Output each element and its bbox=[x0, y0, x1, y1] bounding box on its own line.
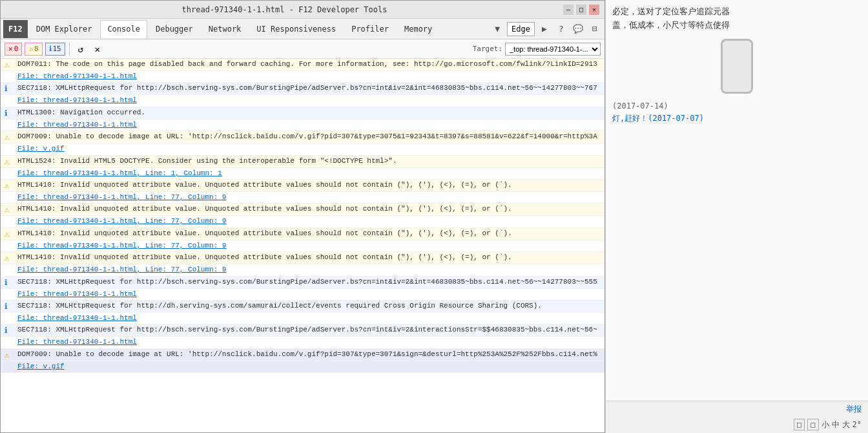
file-link-html1410-3[interactable]: File: thread-971340-1-1.html, Line: 77, … bbox=[17, 241, 226, 251]
file-dom7009-1: File: v.gif bbox=[1, 143, 604, 155]
tab-ui-responsiveness[interactable]: UI Responsiveness bbox=[249, 20, 343, 38]
close-button[interactable]: ✕ bbox=[589, 5, 599, 15]
warn-icon-7: ⚠ bbox=[5, 253, 15, 263]
file-link-html1410-1[interactable]: File: thread-971340-1-1.html, Line: 77, … bbox=[17, 193, 226, 202]
msg-text-sec7118-4: SEC7118: XMLHttpRequest for http://bsch.… bbox=[17, 325, 597, 335]
title-bar: thread-971340-1-1.html - F12 Developer T… bbox=[1, 1, 604, 19]
msg-html1410-2: ⚠ HTML1410: Invalid unquoted attribute v… bbox=[1, 204, 604, 216]
window-title: thread-971340-1-1.html - F12 Developer T… bbox=[6, 5, 563, 14]
info-icon-1: ℹ bbox=[5, 84, 15, 94]
tab-console[interactable]: Console bbox=[100, 20, 147, 38]
date-link[interactable]: 灯,赶好！(2017-07-07) bbox=[612, 112, 862, 125]
tab-memory[interactable]: Memory bbox=[397, 20, 439, 38]
warn-count-badge[interactable]: ⚠ 8 bbox=[25, 43, 42, 56]
file-link-html1524[interactable]: File: thread-971340-1-1.html, Line: 1, C… bbox=[17, 169, 222, 178]
size-controls: □ □ 小 中 大 2° bbox=[606, 417, 868, 433]
warn-icon-8: ⚠ bbox=[5, 350, 15, 360]
msg-text-html1524: HTML1524: Invalid HTML5 DOCTYPE. Conside… bbox=[17, 156, 397, 166]
help-icon[interactable]: ? bbox=[554, 22, 568, 36]
tab-network[interactable]: Network bbox=[202, 20, 249, 38]
file-dom7009-2: File: v.gif bbox=[1, 361, 604, 373]
warn-icon: ⚠ bbox=[28, 45, 33, 53]
phone-area bbox=[612, 39, 862, 94]
tab-f12[interactable]: F12 bbox=[3, 20, 28, 38]
file-html1300: File: thread-971340-1-1.html bbox=[1, 120, 604, 131]
report-link[interactable]: 举报 bbox=[846, 404, 862, 415]
file-sec7118-3: File: thread-971340-1-1.html bbox=[1, 313, 604, 324]
file-link-sec7118-1[interactable]: File: thread-971340-1-1.html bbox=[17, 96, 137, 105]
console-area[interactable]: ⚠ DOM7011: The code on this page disable… bbox=[1, 59, 604, 432]
file-html1410-1: File: thread-971340-1-1.html, Line: 77, … bbox=[1, 192, 604, 204]
right-content: 必定，送对了定位客户追踪元器 盖，低成本，小尺寸等特点使得 (2017-07-1… bbox=[606, 0, 868, 130]
file-link-html1410-2[interactable]: File: thread-971340-1-1.html, Line: 77, … bbox=[17, 216, 226, 226]
msg-text-sec7118-3: SEC7118: XMLHttpRequest for http://dh.se… bbox=[17, 301, 542, 311]
tab-dom-explorer[interactable]: DOM Explorer bbox=[29, 20, 99, 38]
target-select[interactable]: _top: thread-971340-1-... bbox=[505, 43, 601, 56]
window-controls: — □ ✕ bbox=[563, 5, 599, 15]
msg-text-html1410-4: HTML1410: Invalid unquoted attribute val… bbox=[17, 253, 512, 262]
msg-text-dom7009-1: DOM7009: Unable to decode image at URL: … bbox=[17, 132, 597, 142]
warn-icon-4: ⚠ bbox=[5, 181, 15, 191]
msg-text-html1300: HTML1300: Navigation occurred. bbox=[17, 108, 145, 118]
msg-html1410-3: ⚠ HTML1410: Invalid unquoted attribute v… bbox=[1, 228, 604, 240]
more-tools-icon[interactable]: ▼ bbox=[490, 22, 504, 36]
file-sec7118-4: File: thread-971340-1-1.html bbox=[1, 337, 604, 348]
phone-graphic bbox=[721, 39, 753, 94]
msg-html1524: ⚠ HTML1524: Invalid HTML5 DOCTYPE. Consi… bbox=[1, 156, 604, 168]
file-link-dom7009-1[interactable]: File: v.gif bbox=[17, 144, 65, 154]
msg-sec7118-1: ℹ SEC7118: XMLHttpRequest for http://bsc… bbox=[1, 83, 604, 95]
right-bottom-bar: 举报 □ □ 小 中 大 2° bbox=[606, 401, 868, 433]
right-panel: 必定，送对了定位客户追踪元器 盖，低成本，小尺寸等特点使得 (2017-07-1… bbox=[605, 0, 868, 433]
chinese-text-1: 必定，送对了定位客户追踪元器 bbox=[612, 5, 862, 19]
file-link-sec7118-4[interactable]: File: thread-971340-1-1.html bbox=[17, 337, 137, 347]
undock-icon[interactable]: ⊟ bbox=[588, 22, 602, 36]
msg-text-html1410-3: HTML1410: Invalid unquoted attribute val… bbox=[17, 229, 512, 238]
file-link-sec7118-3[interactable]: File: thread-971340-1-1.html bbox=[17, 313, 137, 323]
bottom-controls: 举报 bbox=[606, 401, 868, 417]
info-icon: ℹ bbox=[49, 45, 52, 53]
date-text-1: (2017-07-14) bbox=[612, 100, 862, 112]
info-count-badge[interactable]: ℹ 15 bbox=[45, 43, 65, 56]
msg-sec7118-4: ℹ SEC7118: XMLHttpRequest for http://bsc… bbox=[1, 324, 604, 337]
console-toolbar: ✕ 0 ⚠ 8 ℹ 15 ↺ ✕ Target: _top: thread-97… bbox=[1, 39, 604, 59]
msg-sec7118-3: ℹ SEC7118: XMLHttpRequest for http://dh.… bbox=[1, 301, 604, 313]
edge-button[interactable]: Edge bbox=[507, 22, 535, 36]
file-link-html1410-4[interactable]: File: thread-971340-1-1.html, Line: 77, … bbox=[17, 265, 226, 275]
error-count-badge[interactable]: ✕ 0 bbox=[5, 43, 22, 56]
file-link-dom7009-2[interactable]: File: v.gif bbox=[17, 362, 65, 372]
file-link-sec7118-2[interactable]: File: thread-971340-1-1.html bbox=[17, 290, 137, 299]
info-icon-2: ℹ bbox=[5, 109, 15, 118]
size-large[interactable]: 大 bbox=[842, 419, 850, 430]
restore-button[interactable]: □ bbox=[576, 5, 586, 15]
file-link-html1300[interactable]: File: thread-971340-1-1.html bbox=[17, 120, 137, 130]
chinese-text-2: 盖，低成本，小尺寸等特点使得 bbox=[612, 19, 862, 32]
tab-profiler[interactable]: Profiler bbox=[344, 20, 396, 38]
msg-dom7009-2: ⚠ DOM7009: Unable to decode image at URL… bbox=[1, 349, 604, 361]
size-box-2[interactable]: □ bbox=[807, 419, 818, 430]
tab-bar-right: ▼ Edge ▶ ? 💬 ⊟ bbox=[490, 22, 602, 36]
warn-icon-3: ⚠ bbox=[5, 157, 15, 167]
run-button[interactable]: ▶ bbox=[537, 22, 552, 36]
msg-text-html1410-2: HTML1410: Invalid unquoted attribute val… bbox=[17, 204, 512, 214]
error-icon: ✕ bbox=[8, 45, 13, 53]
error-count: 0 bbox=[14, 45, 19, 53]
file-html1524: File: thread-971340-1-1.html, Line: 1, C… bbox=[1, 168, 604, 180]
size-medium[interactable]: 中 bbox=[832, 419, 840, 430]
msg-sec7118-2: ℹ SEC7118: XMLHttpRequest for http://bsc… bbox=[1, 277, 604, 289]
date-section: (2017-07-14) 灯,赶好！(2017-07-07) bbox=[612, 100, 862, 125]
warn-icon-6: ⚠ bbox=[5, 229, 15, 239]
refresh-button[interactable]: ↺ bbox=[74, 42, 88, 56]
tab-debugger[interactable]: Debugger bbox=[149, 20, 200, 38]
tab-bar: F12 DOM Explorer Console Debugger Networ… bbox=[1, 19, 604, 39]
separator-1 bbox=[69, 43, 70, 56]
size-small[interactable]: 小 bbox=[822, 419, 829, 430]
minimize-button[interactable]: — bbox=[563, 5, 574, 15]
clear-button[interactable]: ✕ bbox=[90, 42, 105, 56]
warn-icon-5: ⚠ bbox=[5, 205, 15, 215]
msg-html1410-4: ⚠ HTML1410: Invalid unquoted attribute v… bbox=[1, 252, 604, 264]
size-degree: 2° bbox=[852, 420, 862, 429]
size-box-1[interactable]: □ bbox=[794, 419, 805, 430]
file-html1410-2: File: thread-971340-1-1.html, Line: 77, … bbox=[1, 216, 604, 227]
file-link-dom7011[interactable]: File: thread-971340-1-1.html bbox=[17, 72, 137, 81]
feedback-icon[interactable]: 💬 bbox=[571, 22, 585, 36]
